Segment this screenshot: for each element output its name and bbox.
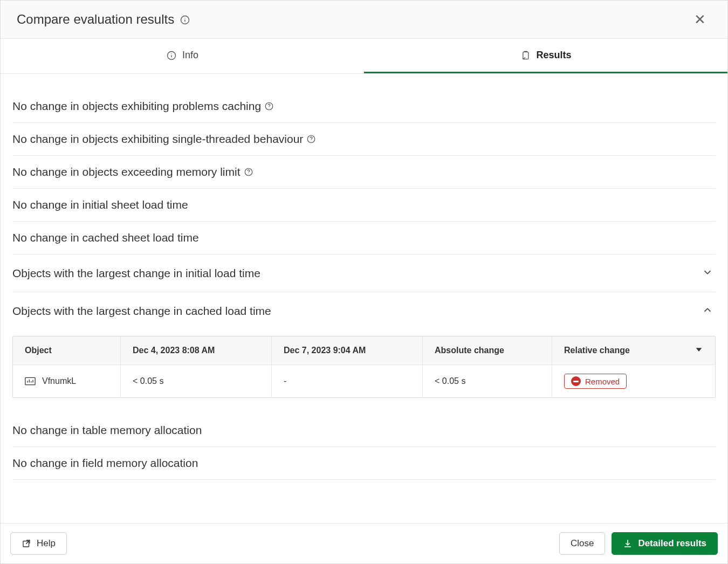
section-cached-sheet-load: No change in cached sheet load time [12, 222, 716, 255]
svg-point-5 [171, 53, 171, 54]
svg-point-2 [184, 18, 185, 18]
svg-point-8 [269, 108, 270, 108]
section-initial-sheet-load: No change in initial sheet load time [12, 189, 716, 222]
cell-object-name: VfnumkL [42, 376, 76, 386]
info-icon [166, 50, 177, 61]
detailed-results-label: Detailed results [638, 538, 706, 549]
svg-marker-13 [696, 348, 702, 352]
cell-v1: < 0.05 s [121, 365, 272, 397]
section-single-threaded: No change in objects exhibiting single-t… [12, 123, 716, 156]
results-content: No change in objects exhibiting problems… [1, 74, 727, 523]
th-absolute[interactable]: Absolute change [423, 336, 552, 364]
svg-point-12 [248, 174, 249, 174]
th-date2[interactable]: Dec 7, 2023 9:04 AM [272, 336, 423, 364]
detailed-results-button[interactable]: Detailed results [612, 532, 718, 555]
cell-abs: < 0.05 s [423, 365, 552, 397]
section-caching: No change in objects exhibiting problems… [12, 90, 716, 123]
tabs: Info Results [1, 39, 727, 74]
compare-results-dialog: Compare evaluation results ✕ Info Result… [0, 0, 728, 564]
help-button[interactable]: Help [10, 532, 67, 555]
svg-rect-14 [25, 377, 35, 384]
help-icon[interactable] [244, 167, 253, 177]
cached-load-time-table: Object Dec 4, 2023 8:08 AM Dec 7, 2023 9… [12, 336, 716, 398]
cell-rel: Removed [552, 365, 715, 397]
tab-info[interactable]: Info [1, 39, 364, 73]
help-button-label: Help [37, 538, 56, 549]
section-field-memory: No change in field memory allocation [12, 447, 716, 480]
removed-badge-label: Removed [585, 377, 620, 386]
tab-info-label: Info [182, 50, 198, 61]
removed-badge: Removed [564, 374, 627, 389]
bar-chart-icon [25, 377, 36, 386]
section-table-memory: No change in table memory allocation [12, 414, 716, 447]
info-icon[interactable] [180, 15, 190, 25]
section-cached-sheet-load-label: No change in cached sheet load time [12, 231, 199, 244]
close-button[interactable]: Close [559, 532, 605, 555]
table-header-row: Object Dec 4, 2023 8:08 AM Dec 7, 2023 9… [13, 336, 715, 364]
section-largest-cached-label: Objects with the largest change in cache… [12, 305, 271, 318]
th-date1[interactable]: Dec 4, 2023 8:08 AM [121, 336, 272, 364]
th-relative[interactable]: Relative change [552, 336, 715, 364]
dialog-header: Compare evaluation results ✕ [1, 1, 727, 39]
help-icon[interactable] [264, 101, 274, 111]
tab-results-label: Results [536, 50, 571, 61]
section-memory-limit-label: No change in objects exceeding memory li… [12, 166, 241, 178]
table-row[interactable]: VfnumkL < 0.05 s - < 0.05 s Removed [13, 364, 715, 397]
section-largest-initial[interactable]: Objects with the largest change in initi… [12, 255, 716, 292]
clipboard-check-icon [520, 50, 531, 61]
section-field-memory-label: No change in field memory allocation [12, 457, 198, 470]
help-icon[interactable] [306, 134, 316, 144]
svg-rect-6 [523, 52, 528, 59]
svg-point-10 [311, 141, 312, 141]
chevron-down-icon [699, 264, 716, 282]
section-largest-initial-label: Objects with the largest change in initi… [12, 267, 260, 280]
tab-results[interactable]: Results [364, 39, 727, 73]
cell-v2: - [272, 365, 423, 397]
section-memory-limit: No change in objects exceeding memory li… [12, 156, 716, 189]
section-single-threaded-label: No change in objects exhibiting single-t… [12, 133, 303, 146]
sort-desc-icon [695, 345, 703, 356]
section-table-memory-label: No change in table memory allocation [12, 424, 202, 437]
th-object[interactable]: Object [13, 336, 121, 364]
chevron-up-icon [699, 302, 716, 320]
cell-object: VfnumkL [13, 365, 121, 397]
section-largest-cached[interactable]: Objects with the largest change in cache… [12, 292, 716, 329]
external-link-icon [22, 539, 31, 548]
close-button-label: Close [571, 538, 594, 549]
dialog-title: Compare evaluation results [17, 12, 174, 27]
removed-icon [571, 376, 581, 386]
download-icon [623, 539, 633, 548]
section-caching-label: No change in objects exhibiting problems… [12, 100, 261, 113]
section-initial-sheet-load-label: No change in initial sheet load time [12, 198, 188, 211]
dialog-footer: Help Close Detailed results [1, 523, 727, 563]
close-icon[interactable]: ✕ [689, 10, 711, 29]
